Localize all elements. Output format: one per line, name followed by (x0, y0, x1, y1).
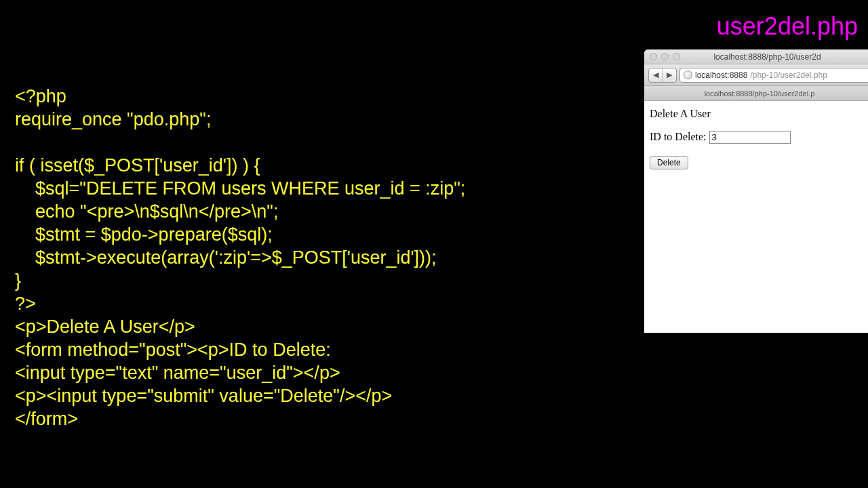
browser-window: localhost:8888/php-10/user2d ◀ ▶ localho… (644, 49, 868, 333)
zoom-icon[interactable] (673, 53, 680, 60)
page-title: Delete A User (650, 108, 868, 120)
delete-button[interactable]: Delete (650, 156, 688, 169)
minimize-icon[interactable] (661, 53, 669, 60)
window-titlebar: localhost:8888/php-10/user2d (644, 49, 868, 64)
traffic-lights (644, 53, 680, 60)
page-content: Delete A User ID to Delete: Delete (644, 101, 868, 176)
filename-label: user2del.php (717, 12, 858, 41)
back-button[interactable]: ◀ (649, 68, 663, 82)
tab-label[interactable]: localhost:8888/php-10/user2del.p (705, 89, 815, 98)
window-title: localhost:8888/php-10/user2d (680, 52, 868, 62)
address-host: localhost:8888 (695, 70, 747, 80)
address-bar[interactable]: localhost:8888/php-10/user2del.php (679, 68, 868, 83)
address-path: /php-10/user2del.php (750, 70, 827, 80)
browser-toolbar: ◀ ▶ localhost:8888/php-10/user2del.php (644, 64, 868, 86)
close-icon[interactable] (650, 53, 657, 60)
nav-buttons: ◀ ▶ (648, 68, 677, 83)
globe-icon (684, 70, 692, 79)
user-id-input[interactable] (709, 131, 791, 144)
id-label: ID to Delete: (650, 131, 707, 142)
code-block: <?php require_once "pdo.php"; if ( isset… (15, 85, 465, 430)
forward-button[interactable]: ▶ (663, 68, 676, 82)
tab-bar: localhost:8888/php-10/user2del.p (644, 86, 868, 101)
form-row: ID to Delete: (650, 131, 868, 144)
